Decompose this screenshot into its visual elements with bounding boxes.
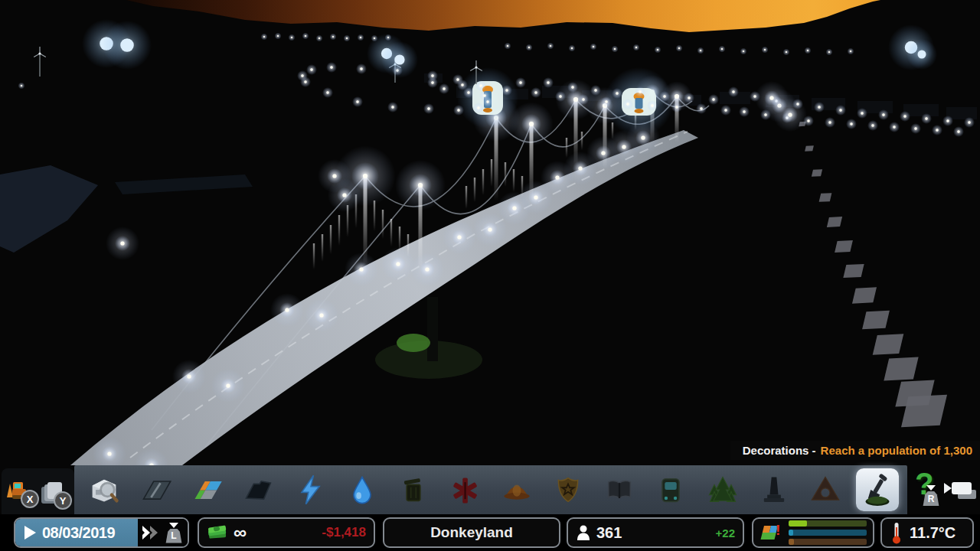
- landscaping-icon: [808, 473, 842, 507]
- thermometer-icon: [891, 521, 902, 544]
- free-camera-button[interactable]: [942, 478, 979, 504]
- population-count: 361: [596, 524, 622, 542]
- city-name-panel[interactable]: Donkeyland: [383, 517, 560, 548]
- demand-panel[interactable]: !: [752, 517, 874, 548]
- speed-controls: L: [138, 519, 188, 546]
- fire-icon: [500, 473, 534, 507]
- residential-demand-bar: [789, 520, 867, 527]
- button-hint-l: L: [164, 523, 184, 543]
- bridge-pylon: [427, 297, 438, 361]
- toolbar-fire-button[interactable]: [495, 468, 538, 511]
- hint-r-arrow: [926, 485, 936, 491]
- game-date: 08/03/2019: [42, 524, 115, 542]
- time-speed-panel[interactable]: 08/03/2019 L: [14, 517, 189, 548]
- money-icon: [207, 523, 228, 542]
- lit-bush: [397, 334, 430, 352]
- money-delta: -$1,418: [322, 525, 366, 540]
- demand-bars: [789, 520, 867, 545]
- city-name: Donkeyland: [430, 524, 513, 541]
- fast-forward-icon[interactable]: [142, 525, 160, 540]
- parks-icon: [706, 473, 740, 507]
- money-balance: ∞: [234, 525, 247, 540]
- inspect-icon: [87, 473, 121, 507]
- toolbar-parks-button[interactable]: [701, 468, 744, 511]
- water-icon: [345, 473, 379, 507]
- toolbar-decorations-button[interactable]: [856, 468, 899, 511]
- zoning-icon: [191, 473, 224, 507]
- hint-r-label: R: [928, 494, 935, 504]
- healthcare-icon: [448, 473, 482, 507]
- population-icon: [576, 524, 591, 541]
- garbage-icon: [397, 473, 430, 507]
- toolbar-monuments-button[interactable]: [753, 468, 795, 511]
- info-views-button[interactable]: Y: [37, 476, 69, 508]
- hint-l-label: L: [171, 530, 176, 541]
- education-icon: [603, 473, 636, 507]
- hint-l-arrow: [169, 523, 178, 528]
- temperature-panel: 11.7°C: [880, 517, 974, 548]
- game-screen: Decorations - Reach a population of 1,30…: [0, 0, 980, 551]
- decorations-icon: [861, 473, 894, 507]
- electricity-icon: [293, 473, 327, 507]
- police-icon: [551, 473, 585, 507]
- toolbar-electricity-button[interactable]: [289, 468, 332, 511]
- toolbar-roads-button[interactable]: [135, 468, 178, 511]
- industrial-demand-bar: [789, 539, 867, 545]
- toolbar-right-group: ? R: [907, 465, 980, 514]
- toolbar-transport-button[interactable]: [649, 468, 692, 511]
- transport-icon: [654, 473, 688, 507]
- temperature-value: 11.7°C: [910, 524, 956, 542]
- toolbar-water-button[interactable]: [341, 468, 384, 511]
- tooltip-title: Decorations -: [743, 444, 816, 457]
- toolbar-districts-button[interactable]: [237, 468, 280, 511]
- money-panel[interactable]: ∞ -$1,418: [198, 517, 375, 548]
- play-icon: [24, 526, 36, 540]
- toolbar-education-button[interactable]: [598, 468, 641, 511]
- tooltip-requirement: Reach a population of 1,300: [821, 444, 972, 457]
- toolbar-zoning-button[interactable]: [186, 468, 229, 511]
- population-delta: +22: [716, 527, 735, 540]
- main-toolbar: [74, 465, 907, 514]
- monuments-icon: [757, 473, 791, 507]
- toolbar-left-group: X Y: [0, 465, 74, 514]
- bulldozer-button[interactable]: X: [4, 474, 36, 507]
- toolbar-inspect-button[interactable]: [83, 468, 126, 511]
- toolbar-garbage-button[interactable]: [392, 468, 435, 511]
- button-hint-r: R: [921, 485, 941, 506]
- rci-demand-icon: !: [760, 522, 782, 543]
- date-display: 08/03/2019: [15, 519, 138, 546]
- button-hint-y: Y: [54, 491, 72, 510]
- hint-y-label: Y: [60, 495, 67, 507]
- hint-x-label: X: [27, 494, 34, 505]
- population-panel[interactable]: 361 +22: [567, 517, 744, 548]
- toolbar-police-button[interactable]: [547, 468, 590, 511]
- commercial-demand-bar: [789, 530, 867, 536]
- districts-icon: [242, 473, 276, 507]
- status-bar: 08/03/2019 L ∞ -$1,418: [0, 514, 980, 551]
- milestone-tooltip: Decorations - Reach a population of 1,30…: [730, 441, 980, 460]
- toolbar-landscaping-button[interactable]: [804, 468, 847, 511]
- roads-icon: [139, 473, 173, 507]
- toolbar-healthcare-button[interactable]: [443, 468, 486, 511]
- svg-text:!: !: [776, 522, 780, 538]
